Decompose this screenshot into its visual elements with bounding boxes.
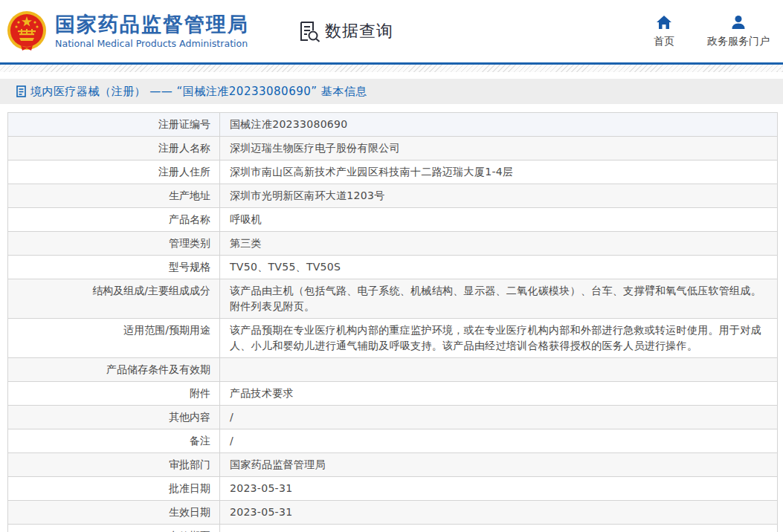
user-icon [730, 14, 747, 30]
row-value: 国械注准20233080690 [220, 113, 777, 136]
row-label: 产品名称 [8, 208, 220, 231]
table-row: 生产地址深圳市光明新区南环大道1203号 [8, 184, 777, 208]
table-row: 注册人名称深圳迈瑞生物医疗电子股份有限公司 [8, 137, 777, 160]
home-icon [656, 14, 672, 30]
nav-portal-label: 政务服务门户 [707, 35, 770, 48]
table-row: 结构及组成/主要组成成分该产品由主机（包括气路、电子系统、机械结构、显示器、二氧… [8, 279, 777, 319]
row-value: 该产品预期在专业医疗机构内部的重症监护环境，或在专业医疗机构内部和外部进行急救或… [220, 319, 777, 357]
nav-home[interactable]: 首页 [654, 14, 674, 48]
row-label: 审批部门 [8, 453, 220, 476]
site-logo[interactable]: 国家药品监督管理局 National Medical Products Admi… [6, 10, 249, 52]
row-value: 2023-05-31 [220, 477, 777, 500]
table-row: 管理类别第三类 [8, 232, 777, 256]
row-value: 呼吸机 [220, 208, 777, 231]
nav-home-label: 首页 [654, 35, 674, 48]
spacer [0, 72, 783, 79]
row-label: 其他内容 [8, 406, 220, 429]
row-label: 管理类别 [8, 232, 220, 255]
table-row: 适用范围/预期用途该产品预期在专业医疗机构内部的重症监护环境，或在专业医疗机构内… [8, 319, 777, 358]
row-value: 2028-05-30 [220, 525, 777, 532]
row-value: TV50、TV55、TV50S [220, 256, 777, 279]
row-label: 结构及组成/主要组成成分 [8, 279, 220, 318]
row-value: 深圳市光明新区南环大道1203号 [220, 184, 777, 207]
hatch-band [0, 65, 783, 72]
row-value: 产品技术要求 [220, 382, 777, 405]
row-label: 型号规格 [8, 256, 220, 279]
document-icon [16, 85, 26, 97]
table-row: 产品储存条件及有效期 [8, 358, 777, 382]
row-value: / [220, 406, 777, 429]
row-label: 有效期至 [8, 525, 220, 532]
breadcrumb: 境内医疗器械（注册） —— “国械注准20233080690” 基本信息 [0, 79, 783, 104]
row-value: 第三类 [220, 232, 777, 255]
row-value: 深圳迈瑞生物医疗电子股份有限公司 [220, 137, 777, 160]
header: 国家药品监督管理局 National Medical Products Admi… [0, 0, 783, 62]
table-row: 批准日期2023-05-31 [8, 477, 777, 501]
data-query-label: 数据查询 [325, 20, 393, 42]
table-row: 其他内容/ [8, 406, 777, 429]
table-row: 产品名称呼吸机 [8, 208, 777, 232]
table-row: 型号规格TV50、TV55、TV50S [8, 256, 777, 279]
row-value: 国家药品监督管理局 [220, 453, 777, 476]
national-emblem-icon [6, 10, 48, 52]
row-value: 2023-05-31 [220, 501, 777, 524]
table-row: 附件产品技术要求 [8, 382, 777, 406]
table-row: 审批部门国家药品监督管理局 [8, 453, 777, 477]
row-label: 批准日期 [8, 477, 220, 500]
breadcrumb-text: 境内医疗器械（注册） —— “国械注准20233080690” 基本信息 [30, 85, 367, 99]
nav-portal[interactable]: 政务服务门户 [707, 14, 770, 48]
data-query-icon [298, 20, 320, 42]
row-value [220, 358, 777, 381]
table-row: 注册证编号国械注准20233080690 [8, 113, 777, 137]
table-row: 有效期至2028-05-30 [8, 525, 777, 532]
row-value: 该产品由主机（包括气路、电子系统、机械结构、显示器、二氧化碳模块）、台车、支撑臂… [220, 279, 777, 318]
row-label: 注册人名称 [8, 137, 220, 160]
row-label: 生效日期 [8, 501, 220, 524]
row-label: 产品储存条件及有效期 [8, 358, 220, 381]
site-title: 国家药品监督管理局 [55, 13, 249, 36]
row-label: 生产地址 [8, 184, 220, 207]
site-subtitle: National Medical Products Administration [55, 38, 249, 50]
row-value: / [220, 429, 777, 452]
row-label: 注册证编号 [8, 113, 220, 136]
header-nav: 首页 政务服务门户 [654, 14, 773, 48]
info-table: 注册证编号国械注准20233080690注册人名称深圳迈瑞生物医疗电子股份有限公… [7, 112, 778, 532]
data-query-link[interactable]: 数据查询 [298, 20, 393, 42]
spacer [0, 104, 783, 112]
row-value: 深圳市南山区高新技术产业园区科技南十二路迈瑞大厦1-4层 [220, 160, 777, 184]
table-row: 注册人住所深圳市南山区高新技术产业园区科技南十二路迈瑞大厦1-4层 [8, 160, 777, 184]
table-row: 生效日期2023-05-31 [8, 501, 777, 525]
row-label: 附件 [8, 382, 220, 405]
row-label: 适用范围/预期用途 [8, 319, 220, 357]
row-label: 备注 [8, 429, 220, 452]
table-row: 备注/ [8, 429, 777, 453]
row-label: 注册人住所 [8, 160, 220, 184]
